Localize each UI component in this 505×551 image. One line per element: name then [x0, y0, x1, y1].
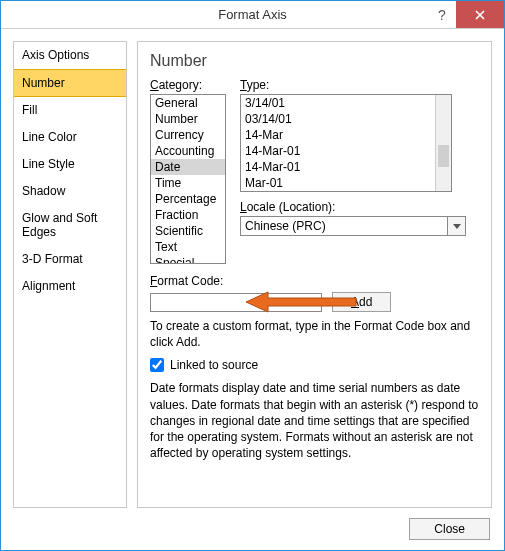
sidebar-item-number[interactable]: Number [14, 69, 126, 97]
sidebar-item-fill[interactable]: Fill [14, 97, 126, 124]
sidebar-item-3d-format[interactable]: 3-D Format [14, 246, 126, 273]
type-option[interactable]: 14-Mar-01 [241, 159, 451, 175]
locale-value: Chinese (PRC) [241, 217, 447, 235]
linked-checkbox-label: Linked to source [170, 358, 258, 372]
sidebar-item-line-color[interactable]: Line Color [14, 124, 126, 151]
window-close-button[interactable] [456, 1, 504, 28]
category-label: Category: [150, 78, 226, 92]
category-option[interactable]: Text [151, 239, 225, 255]
linked-checkbox-input[interactable] [150, 358, 164, 372]
category-option[interactable]: Scientific [151, 223, 225, 239]
sidebar: Axis Options Number Fill Line Color Line… [13, 41, 127, 508]
scrollbar-thumb[interactable] [438, 145, 449, 167]
category-option[interactable]: Fraction [151, 207, 225, 223]
category-option[interactable]: Accounting [151, 143, 225, 159]
add-button[interactable]: Add [332, 292, 391, 312]
sidebar-item-axis-options[interactable]: Axis Options [14, 42, 126, 69]
sidebar-item-shadow[interactable]: Shadow [14, 178, 126, 205]
type-label: Type: [240, 78, 466, 92]
help-text-create-custom: To create a custom format, type in the F… [150, 318, 479, 350]
category-listbox[interactable]: General Number Currency Accounting Date … [150, 94, 226, 264]
type-option[interactable]: 14-Mar-01 [241, 143, 451, 159]
category-option[interactable]: Special [151, 255, 225, 264]
category-option[interactable]: Time [151, 175, 225, 191]
type-option[interactable]: Mar-01 [241, 175, 451, 191]
type-scrollbar[interactable] [435, 95, 451, 191]
locale-dropdown[interactable]: Chinese (PRC) [240, 216, 466, 236]
panel-heading: Number [150, 52, 479, 70]
category-option[interactable]: Currency [151, 127, 225, 143]
locale-dropdown-button[interactable] [447, 217, 465, 235]
format-code-label: Format Code: [150, 274, 479, 288]
category-option[interactable]: General [151, 95, 225, 111]
linked-to-source-checkbox[interactable]: Linked to source [150, 358, 479, 372]
type-option[interactable]: March-01 [241, 191, 451, 192]
type-option[interactable]: 03/14/01 [241, 111, 451, 127]
dialog-footer: Close [1, 508, 504, 550]
category-option[interactable]: Number [151, 111, 225, 127]
close-button[interactable]: Close [409, 518, 490, 540]
category-option[interactable]: Date [151, 159, 225, 175]
sidebar-item-line-style[interactable]: Line Style [14, 151, 126, 178]
sidebar-item-glow-soft-edges[interactable]: Glow and Soft Edges [14, 205, 126, 246]
help-button[interactable]: ? [428, 1, 456, 28]
titlebar: Format Axis ? [1, 1, 504, 29]
type-listbox[interactable]: 3/14/01 03/14/01 14-Mar 14-Mar-01 14-Mar… [240, 94, 452, 192]
help-text-date-formats: Date formats display date and time seria… [150, 380, 479, 461]
format-axis-dialog: Format Axis ? Axis Options Number Fill L… [0, 0, 505, 551]
category-option[interactable]: Percentage [151, 191, 225, 207]
type-option[interactable]: 14-Mar [241, 127, 451, 143]
format-code-input[interactable] [150, 293, 322, 312]
content-panel: Number Category: General Number Currency… [137, 41, 492, 508]
type-option[interactable]: 3/14/01 [241, 95, 451, 111]
chevron-down-icon [453, 224, 461, 229]
sidebar-item-alignment[interactable]: Alignment [14, 273, 126, 300]
locale-label: Locale (Location): [240, 200, 466, 214]
close-icon [475, 10, 485, 20]
